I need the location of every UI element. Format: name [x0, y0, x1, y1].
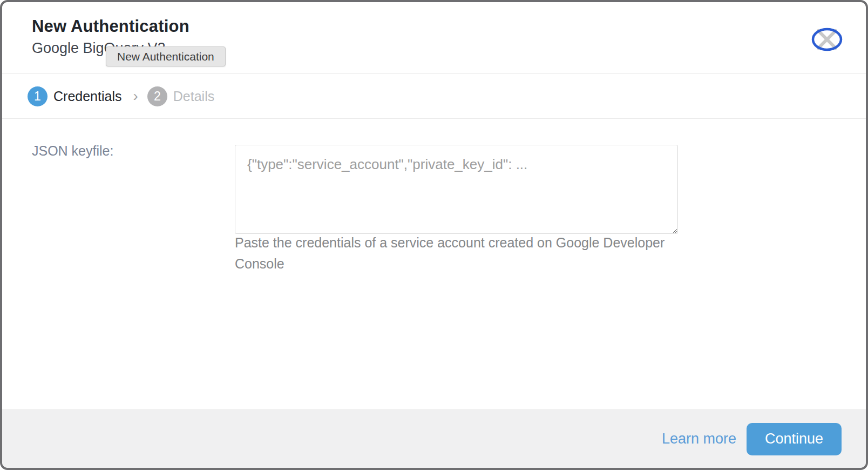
dialog-footer: Learn more Continue — [2, 409, 866, 468]
wizard-stepper: 1 Credentials › 2 Details — [2, 74, 866, 119]
continue-button[interactable]: Continue — [747, 423, 842, 455]
page-title: New Authentication — [32, 17, 189, 36]
json-keyfile-textarea[interactable] — [235, 145, 678, 234]
step-2-label: Details — [173, 89, 214, 104]
chevron-right-icon: › — [133, 89, 138, 104]
json-keyfile-label: JSON keyfile: — [32, 143, 113, 159]
step-details[interactable]: 2 Details — [147, 86, 214, 106]
tooltip: New Authentication — [106, 46, 226, 66]
step-credentials[interactable]: 1 Credentials — [28, 86, 121, 106]
tooltip-label: New Authentication — [117, 50, 214, 63]
step-1-circle: 1 — [28, 86, 48, 106]
step-2-circle: 2 — [147, 86, 167, 106]
step-1-label: Credentials — [53, 89, 121, 104]
close-icon — [810, 46, 844, 55]
keyfile-help-text: Paste the credentials of a service accou… — [235, 232, 710, 274]
learn-more-link[interactable]: Learn more — [662, 431, 736, 447]
dialog-header: New Authentication Google BigQuery V2 Ne… — [2, 2, 866, 74]
close-button[interactable] — [810, 26, 844, 53]
new-authentication-dialog: New Authentication Google BigQuery V2 Ne… — [0, 0, 868, 470]
